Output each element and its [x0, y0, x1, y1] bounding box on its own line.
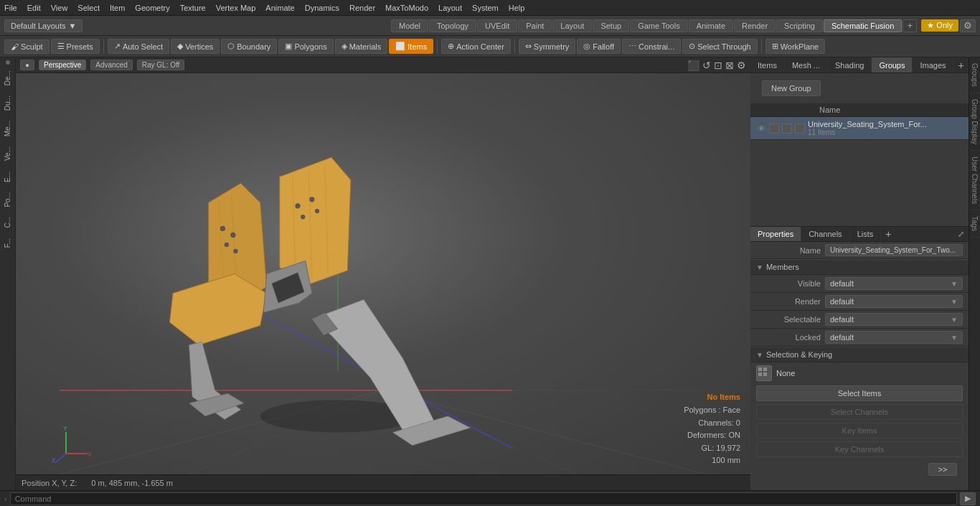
visible-dropdown[interactable]: default ▼: [825, 277, 963, 290]
sidebar-item-ver[interactable]: Ve...: [2, 142, 13, 165]
select-through-button[interactable]: ⊙ Select Through: [682, 39, 757, 54]
sidebar-item-f[interactable]: F...: [2, 234, 13, 252]
menu-edit[interactable]: Edit: [27, 4, 41, 12]
raygl-label[interactable]: Ray GL: Off: [137, 60, 185, 70]
vertices-button[interactable]: ◆ Vertices: [171, 39, 220, 54]
edge-tab-groups[interactable]: Groups: [969, 57, 980, 93]
boundary-button[interactable]: ⬡ Boundary: [221, 39, 277, 54]
vp-icon-1[interactable]: ⬛: [687, 60, 699, 71]
select-toggle[interactable]: [782, 123, 792, 133]
selectable-dropdown[interactable]: default ▼: [825, 313, 963, 326]
run-command-button[interactable]: ▶: [960, 492, 976, 505]
tab-images[interactable]: Images: [913, 57, 953, 72]
vp-icon-4[interactable]: ⊠: [725, 60, 734, 71]
presets-button[interactable]: ☰ Presets: [51, 39, 100, 54]
symmetry-button[interactable]: ⇔ Symmetry: [519, 39, 576, 54]
menu-system[interactable]: System: [472, 4, 499, 12]
settings-button[interactable]: ⚙: [960, 19, 976, 32]
menu-view[interactable]: View: [51, 4, 68, 12]
menu-help[interactable]: Help: [509, 4, 525, 12]
add-tab-button[interactable]: +: [903, 19, 917, 32]
tab-shading[interactable]: Shading: [828, 57, 872, 72]
menu-geometry[interactable]: Geometry: [135, 4, 169, 12]
props-expand-button[interactable]: ⤢: [953, 228, 969, 240]
tab-items[interactable]: Items: [750, 57, 785, 72]
falloff-button[interactable]: ◎ Falloff: [577, 39, 621, 54]
tab-gametools[interactable]: Game Tools: [630, 19, 688, 32]
keying-icon[interactable]: [756, 365, 772, 381]
sidebar-item-def[interactable]: De...: [2, 66, 13, 90]
chevron-down-icon: ▼: [951, 280, 958, 288]
constraint-button[interactable]: ⋯ Constrai...: [622, 39, 681, 54]
toolbar2: 🖌 Sculpt ☰ Presets ↗ Auto Select ◆ Verti…: [0, 36, 980, 57]
lock-toggle[interactable]: [795, 123, 805, 133]
menu-layout[interactable]: Layout: [438, 4, 462, 12]
menu-item[interactable]: Item: [110, 4, 125, 12]
advanced-label[interactable]: Advanced: [90, 60, 132, 70]
select-channels-button[interactable]: Select Channels: [756, 404, 963, 420]
menu-file[interactable]: File: [4, 4, 17, 12]
command-input[interactable]: [10, 492, 957, 505]
action-center-button[interactable]: ⊕ Action Center: [441, 39, 511, 54]
sculpt-icon: 🖌: [11, 42, 19, 51]
tab-topology[interactable]: Topology: [429, 19, 476, 32]
polygons-button[interactable]: ▣ Polygons: [278, 39, 333, 54]
menu-texture[interactable]: Texture: [180, 4, 206, 12]
expand-button[interactable]: >>: [928, 463, 957, 476]
key-items-button[interactable]: Key Items: [756, 423, 963, 439]
auto-select-button[interactable]: ↗ Auto Select: [108, 39, 169, 54]
menu-select[interactable]: Select: [77, 4, 100, 12]
tab-uvedit[interactable]: UVEdit: [477, 19, 517, 32]
menu-vertexmap[interactable]: Vertex Map: [216, 4, 256, 12]
menu-animate[interactable]: Animate: [265, 4, 294, 12]
edge-tab-tags[interactable]: Tags: [969, 210, 980, 238]
menu-maxtomodo[interactable]: MaxToModo: [385, 4, 428, 12]
eye-toggle[interactable]: 👁: [756, 123, 766, 133]
layout-dropdown[interactable]: Default Layouts ▼: [4, 19, 83, 32]
locked-dropdown[interactable]: default ▼: [825, 331, 963, 344]
items-button[interactable]: ⬜ Items: [389, 39, 433, 54]
star-only-button[interactable]: ★ Only: [921, 19, 958, 32]
menu-dynamics[interactable]: Dynamics: [305, 4, 339, 12]
sculpt-button[interactable]: 🖌 Sculpt: [4, 39, 50, 54]
props-tab-properties[interactable]: Properties: [750, 227, 801, 241]
vp-icon-3[interactable]: ⊡: [714, 60, 722, 71]
render-toggle[interactable]: [769, 123, 779, 133]
vp-icon-2[interactable]: ↺: [702, 60, 711, 71]
tab-schematic-fusion[interactable]: Schematic Fusion: [824, 19, 902, 32]
edge-tab-user-channels[interactable]: User Channels: [969, 151, 980, 210]
add-panel-tab-button[interactable]: +: [954, 58, 969, 72]
tab-groups[interactable]: Groups: [872, 57, 913, 72]
menu-render[interactable]: Render: [349, 4, 375, 12]
edge-tab-group-display[interactable]: Group Display: [969, 93, 980, 151]
sidebar-item-c[interactable]: C...: [2, 212, 13, 233]
tab-setup[interactable]: Setup: [593, 19, 629, 32]
sidebar-item-mes[interactable]: Me...: [2, 116, 13, 141]
tab-mesh[interactable]: Mesh ...: [785, 57, 828, 72]
new-group-button[interactable]: New Group: [762, 80, 821, 96]
select-items-button[interactable]: Select Items: [756, 385, 963, 401]
add-props-tab-button[interactable]: +: [881, 227, 895, 241]
sidebar-item-em[interactable]: E...: [2, 167, 13, 187]
name-value[interactable]: University_Seating_System_For_Two...: [825, 244, 963, 256]
key-channels-button[interactable]: Key Channels: [756, 441, 963, 457]
vp-icon-5[interactable]: ⚙: [737, 60, 746, 71]
members-arrow: ▼: [756, 263, 763, 271]
tab-render[interactable]: Render: [734, 19, 776, 32]
tab-paint[interactable]: Paint: [518, 19, 552, 32]
tab-scripting[interactable]: Scripting: [776, 19, 823, 32]
tab-animate[interactable]: Animate: [689, 19, 733, 32]
props-tab-lists[interactable]: Lists: [850, 227, 882, 241]
materials-button[interactable]: ◈ Materials: [335, 39, 388, 54]
workplane-button[interactable]: ⊞ WorkPlane: [765, 39, 826, 54]
sidebar-item-dup[interactable]: Du...: [2, 91, 13, 115]
sidebar-item-pol[interactable]: Po...: [2, 188, 13, 212]
tab-layout[interactable]: Layout: [552, 19, 592, 32]
render-dropdown[interactable]: default ▼: [825, 295, 963, 308]
tab-model[interactable]: Model: [391, 19, 428, 32]
vp-dot[interactable]: ●: [20, 60, 34, 70]
group-item-0[interactable]: 👁 University_Seating_System_For... 11 It…: [750, 117, 969, 140]
props-tab-channels[interactable]: Channels: [801, 227, 849, 241]
viewport-canvas[interactable]: Y X Z No Items Polygons : Face Channels:…: [16, 73, 750, 474]
perspective-label[interactable]: Perspective: [39, 60, 86, 70]
